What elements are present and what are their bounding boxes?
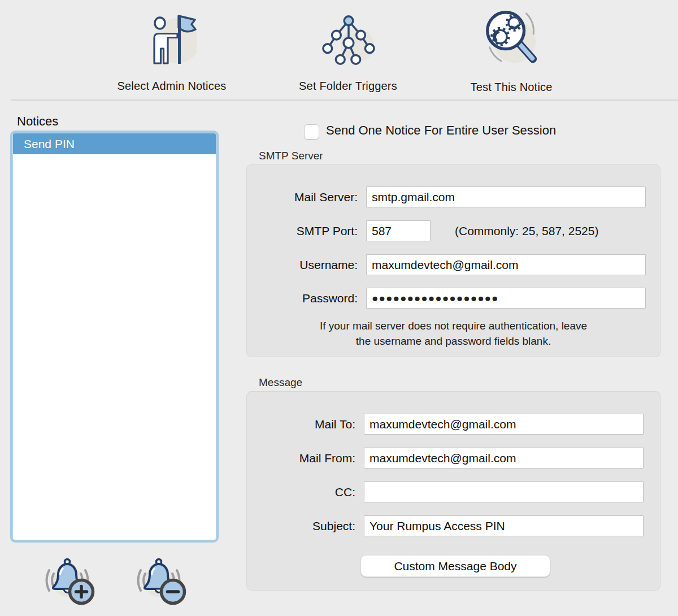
mail-from-label: Mail From: xyxy=(247,448,355,468)
custom-message-body-button[interactable]: Custom Message Body xyxy=(360,555,550,577)
toolbar-item-set-folder-triggers[interactable]: Set Folder Triggers xyxy=(286,7,410,87)
notices-list-title: Notices xyxy=(17,114,58,129)
password-label: Password: xyxy=(247,288,358,309)
admin-notices-window: { "toolbar": { "items": [ { "label": "Se… xyxy=(0,0,678,616)
message-groupbox: Mail To: Mail From: CC: Subject: Custom … xyxy=(246,391,660,591)
smtp-port-label: SMTP Port: xyxy=(247,220,358,241)
person-flag-icon xyxy=(145,9,197,64)
toolbar-label: Test This Notice xyxy=(449,81,573,94)
toolbar-item-select-admin-notices[interactable]: Select Admin Notices xyxy=(107,7,236,87)
smtp-port-input[interactable] xyxy=(366,220,431,241)
smtp-groupbox: Mail Server: SMTP Port: (Commonly: 25, 5… xyxy=(246,164,660,357)
toolbar-label: Select Admin Notices xyxy=(107,80,236,93)
subject-label: Subject: xyxy=(247,515,355,536)
message-group-title: Message xyxy=(259,376,302,389)
list-item-send-pin[interactable]: Send PIN xyxy=(13,133,216,154)
toolbar-divider xyxy=(11,99,678,101)
mail-to-input[interactable] xyxy=(364,414,644,435)
cc-label: CC: xyxy=(247,481,355,502)
mail-server-input[interactable] xyxy=(366,186,646,207)
session-checkbox-label[interactable]: Send One Notice For Entire User Session xyxy=(326,123,556,138)
smtp-port-hint: (Commonly: 25, 587, 2525) xyxy=(455,220,598,241)
mail-server-label: Mail Server: xyxy=(247,186,358,207)
folder-tree-icon xyxy=(321,14,376,67)
mail-to-label: Mail To: xyxy=(247,414,355,435)
username-label: Username: xyxy=(247,254,358,275)
bell-minus-icon xyxy=(132,554,190,606)
magnifier-gears-icon xyxy=(479,6,541,69)
remove-notice-button[interactable] xyxy=(132,554,190,606)
smtp-auth-note-line2: the username and password fields blank. xyxy=(247,335,660,348)
notices-listbox: Send PIN xyxy=(10,131,219,543)
password-input[interactable] xyxy=(366,288,646,309)
toolbar-label: Set Folder Triggers xyxy=(286,80,410,93)
cc-input[interactable] xyxy=(364,481,644,502)
subject-input[interactable] xyxy=(364,515,644,536)
add-notice-button[interactable] xyxy=(41,554,98,606)
bell-plus-icon xyxy=(41,554,98,606)
toolbar-item-test-this-notice[interactable]: Test This Notice xyxy=(449,7,573,88)
session-checkbox[interactable] xyxy=(304,124,319,140)
smtp-group-title: SMTP Server xyxy=(259,150,323,162)
username-input[interactable] xyxy=(366,254,646,275)
mail-from-input[interactable] xyxy=(364,448,644,468)
smtp-auth-note-line1: If your mail server does not require aut… xyxy=(247,320,660,332)
